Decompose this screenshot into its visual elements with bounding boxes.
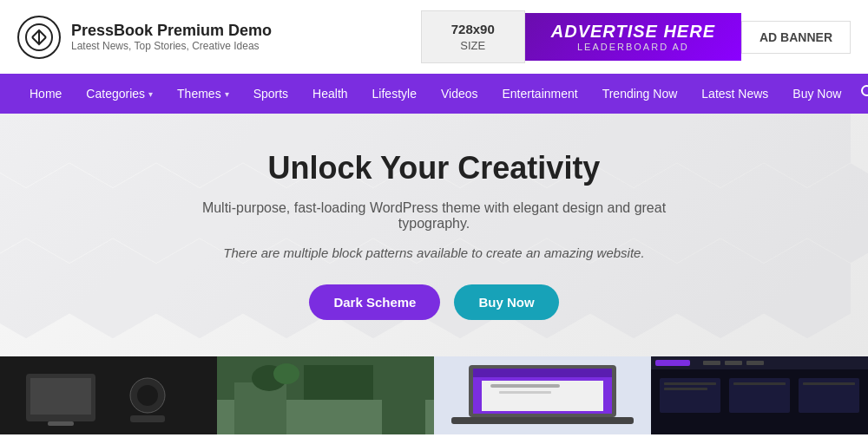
buy-now-button[interactable]: Buy Now: [454, 284, 558, 320]
svg-rect-15: [382, 387, 425, 434]
hero-content: Unlock Your Creativity Multi-purpose, fa…: [191, 150, 677, 320]
image-dark-layout: [651, 356, 868, 434]
svg-rect-37: [733, 382, 786, 385]
svg-rect-23: [490, 384, 560, 388]
ad-main-title: ADVERTISE HERE: [551, 22, 715, 42]
images-strip: [0, 356, 868, 434]
logo-text: PressBook Premium Demo Latest News, Top …: [71, 22, 272, 53]
nav-item-sports[interactable]: Sports: [241, 76, 300, 111]
ad-size-label: SIZE: [439, 38, 507, 54]
search-icon[interactable]: [853, 77, 868, 110]
site-subtitle: Latest News, Top Stories, Creative Ideas: [71, 40, 272, 52]
svg-point-17: [273, 363, 299, 384]
svg-rect-14: [304, 365, 373, 400]
nav-item-health[interactable]: Health: [300, 76, 359, 111]
ad-size-number: 728x90: [439, 20, 507, 38]
nav-link-buynow[interactable]: Buy Now: [780, 76, 853, 111]
categories-chevron-icon: ▾: [148, 89, 153, 99]
svg-point-2: [862, 86, 868, 95]
svg-point-9: [137, 385, 158, 406]
svg-rect-13: [234, 382, 286, 434]
dark-scheme-button[interactable]: Dark Scheme: [309, 284, 440, 320]
image-screenshot: [434, 356, 651, 434]
svg-rect-31: [746, 361, 764, 365]
hero-section: Unlock Your Creativity Multi-purpose, fa…: [0, 114, 868, 356]
nav-link-themes[interactable]: Themes ▾: [165, 76, 241, 111]
svg-rect-7: [48, 421, 74, 426]
svg-rect-6: [30, 378, 91, 415]
nav-items-list: Home Categories ▾ Themes ▾ Sports Health…: [17, 76, 853, 111]
ad-banner-label: AD BANNER: [760, 30, 832, 44]
logo-icon: [17, 16, 61, 59]
nav-link-latest[interactable]: Latest News: [689, 76, 780, 111]
ad-main-sub: LEADERBOARD AD: [551, 42, 715, 52]
ad-banner-box[interactable]: AD BANNER: [741, 21, 851, 54]
image-desk: [0, 356, 217, 434]
ad-size-box: 728x90 SIZE: [421, 10, 525, 63]
main-nav: Home Categories ▾ Themes ▾ Sports Health…: [0, 74, 868, 114]
nav-item-home[interactable]: Home: [17, 76, 74, 111]
svg-rect-35: [664, 382, 716, 385]
svg-rect-38: [803, 382, 855, 385]
svg-rect-10: [130, 415, 165, 422]
svg-rect-36: [664, 388, 707, 390]
nav-link-home[interactable]: Home: [17, 76, 74, 111]
hero-italic-text: There are multiple block patterns availa…: [191, 245, 677, 260]
svg-rect-30: [725, 361, 742, 365]
svg-rect-21: [473, 369, 612, 377]
nav-item-latest[interactable]: Latest News: [689, 76, 780, 111]
image-kitchen: [217, 356, 434, 434]
nav-link-health[interactable]: Health: [300, 76, 359, 111]
nav-link-sports[interactable]: Sports: [241, 76, 300, 111]
nav-link-lifestyle[interactable]: Lifestyle: [360, 76, 429, 111]
ad-main-box[interactable]: ADVERTISE HERE LEADERBOARD AD: [525, 13, 741, 61]
nav-link-categories[interactable]: Categories ▾: [74, 76, 165, 111]
nav-item-categories[interactable]: Categories ▾: [74, 76, 165, 111]
hero-title: Unlock Your Creativity: [191, 150, 677, 186]
nav-item-videos[interactable]: Videos: [429, 76, 490, 111]
nav-item-themes[interactable]: Themes ▾: [165, 76, 241, 111]
logo-area: PressBook Premium Demo Latest News, Top …: [17, 16, 272, 59]
nav-item-lifestyle[interactable]: Lifestyle: [360, 76, 429, 111]
svg-rect-28: [655, 360, 690, 366]
nav-link-trending[interactable]: Trending Now: [590, 76, 690, 111]
hero-description: Multi-purpose, fast-loading WordPress th…: [191, 200, 677, 232]
nav-link-videos[interactable]: Videos: [429, 76, 490, 111]
hero-buttons: Dark Scheme Buy Now: [191, 284, 677, 320]
nav-item-buynow[interactable]: Buy Now: [780, 76, 853, 111]
svg-rect-29: [703, 361, 720, 365]
site-title: PressBook Premium Demo: [71, 22, 272, 41]
themes-chevron-icon: ▾: [225, 89, 229, 99]
ad-banner-area: 728x90 SIZE ADVERTISE HERE LEADERBOARD A…: [421, 10, 851, 63]
nav-item-entertainment[interactable]: Entertainment: [490, 76, 590, 111]
nav-item-trending[interactable]: Trending Now: [590, 76, 690, 111]
nav-link-entertainment[interactable]: Entertainment: [490, 76, 590, 111]
svg-rect-25: [451, 417, 634, 424]
svg-rect-24: [499, 391, 551, 394]
site-header: PressBook Premium Demo Latest News, Top …: [0, 0, 868, 74]
